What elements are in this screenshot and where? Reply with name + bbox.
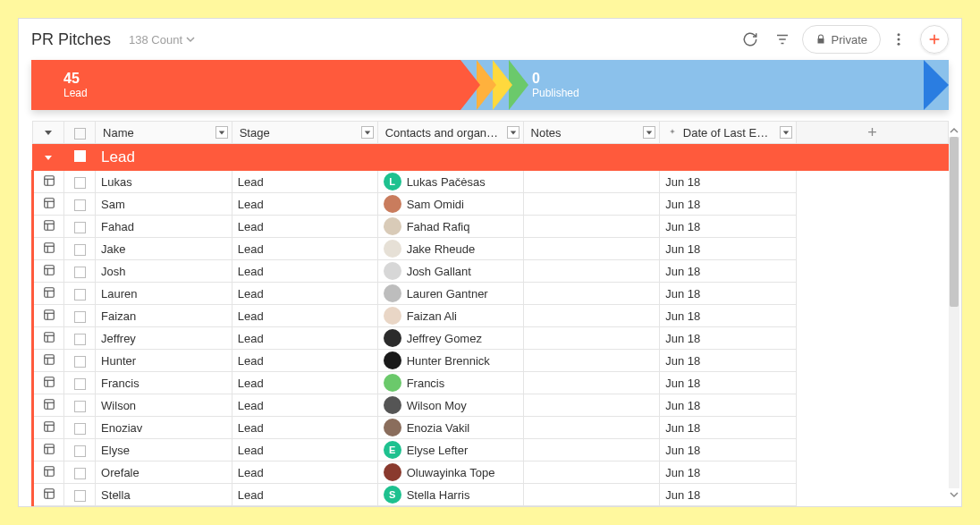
expand-row-button[interactable] [33,461,64,484]
column-header-date[interactable]: Date of Last Email [660,122,797,144]
group-header-row[interactable]: Lead [33,144,949,171]
cell-notes[interactable] [523,350,660,372]
cell-notes[interactable] [523,439,660,461]
refresh-button[interactable] [736,25,765,54]
row-checkbox[interactable] [64,171,96,193]
expand-row-button[interactable] [33,394,64,417]
expand-row-button[interactable] [33,484,64,506]
expand-row-button[interactable] [33,305,64,327]
vertical-scrollbar[interactable] [949,124,959,501]
cell-stage[interactable]: Lead [232,193,377,216]
cell-name[interactable]: Enoziav [96,417,232,439]
cell-notes[interactable] [523,417,660,439]
scroll-thumb[interactable] [950,137,959,307]
expand-row-button[interactable] [33,350,64,372]
cell-date[interactable]: Jun 18 [660,372,797,394]
table-row[interactable]: FahadLeadFahad RafiqJun 18 [33,216,949,238]
column-menu-button[interactable] [507,126,520,139]
cell-contact[interactable]: Fahad Rafiq [377,216,523,238]
cell-contact[interactable]: LLukas Pačėsas [377,171,523,193]
cell-name[interactable]: Sam [96,193,232,216]
cell-stage[interactable]: Lead [232,171,377,193]
row-checkbox[interactable] [64,260,96,283]
cell-stage[interactable]: Lead [232,216,377,238]
cell-notes[interactable] [523,193,660,216]
expand-row-button[interactable] [33,216,64,238]
row-menu-header[interactable] [33,122,64,144]
column-header-stage[interactable]: Stage [232,122,377,144]
column-header-name[interactable]: Name [96,122,232,144]
cell-name[interactable]: Jake [96,238,232,260]
cell-stage[interactable]: Lead [232,394,377,417]
cell-stage[interactable]: Lead [232,283,377,305]
cell-date[interactable]: Jun 18 [660,461,797,484]
cell-name[interactable]: Stella [96,484,232,506]
cell-date[interactable]: Jun 18 [660,484,797,506]
row-checkbox[interactable] [64,484,96,506]
cell-date[interactable]: Jun 18 [660,216,797,238]
more-button[interactable] [884,25,913,54]
cell-stage[interactable]: Lead [232,305,377,327]
cell-notes[interactable] [523,260,660,283]
cell-contact[interactable]: Enozia Vakil [377,417,523,439]
cell-name[interactable]: Wilson [96,394,232,417]
cell-date[interactable]: Jun 18 [660,305,797,327]
add-column-button[interactable]: + [796,122,948,144]
table-row[interactable]: StellaLeadSStella HarrisJun 18 [33,484,949,506]
cell-date[interactable]: Jun 18 [660,193,797,216]
add-record-button[interactable] [920,25,949,54]
row-checkbox[interactable] [64,417,96,439]
cell-date[interactable]: Jun 18 [660,350,797,372]
cell-stage[interactable]: Lead [232,439,377,461]
column-header-contacts[interactable]: Contacts and organizations [377,122,523,144]
table-row[interactable]: JeffreyLeadJeffrey GomezJun 18 [33,327,949,350]
cell-name[interactable]: Hunter [96,350,232,372]
cell-contact[interactable]: Jake Rheude [377,238,523,260]
cell-name[interactable]: Faizan [96,305,232,327]
table-row[interactable]: HunterLeadHunter BrennickJun 18 [33,350,949,372]
table-row[interactable]: LukasLeadLLukas PačėsasJun 18 [33,171,949,193]
table-row[interactable]: OrefaleLeadOluwayinka TopeJun 18 [33,461,949,484]
cell-notes[interactable] [523,238,660,260]
table-row[interactable]: WilsonLeadWilson MoyJun 18 [33,394,949,417]
cell-contact[interactable]: EElyse Lefter [377,439,523,461]
count-dropdown[interactable]: 138 Count [129,33,195,47]
cell-name[interactable]: Lauren [96,283,232,305]
expand-row-button[interactable] [33,417,64,439]
cell-notes[interactable] [523,484,660,506]
table-row[interactable]: FaizanLeadFaizan AliJun 18 [33,305,949,327]
cell-stage[interactable]: Lead [232,260,377,283]
cell-stage[interactable]: Lead [232,350,377,372]
cell-contact[interactable]: Faizan Ali [377,305,523,327]
cell-notes[interactable] [523,305,660,327]
cell-notes[interactable] [523,216,660,238]
cell-stage[interactable]: Lead [232,327,377,350]
expand-row-button[interactable] [33,327,64,350]
table-row[interactable]: EnoziavLeadEnozia VakilJun 18 [33,417,949,439]
expand-row-button[interactable] [33,260,64,283]
expand-row-button[interactable] [33,171,64,193]
private-button[interactable]: Private [802,25,881,54]
cell-name[interactable]: Orefale [96,461,232,484]
scroll-down-button[interactable] [949,488,959,501]
cell-notes[interactable] [523,171,660,193]
row-checkbox[interactable] [64,238,96,260]
column-menu-button[interactable] [361,126,374,139]
select-all-header[interactable] [64,122,96,144]
cell-date[interactable]: Jun 18 [660,260,797,283]
cell-date[interactable]: Jun 18 [660,394,797,417]
row-checkbox[interactable] [64,372,96,394]
expand-row-button[interactable] [33,238,64,260]
cell-contact[interactable]: Jeffrey Gomez [377,327,523,350]
cell-contact[interactable]: Oluwayinka Tope [377,461,523,484]
scroll-up-button[interactable] [949,124,959,137]
row-checkbox[interactable] [64,327,96,350]
row-checkbox[interactable] [64,193,96,216]
expand-row-button[interactable] [33,372,64,394]
cell-contact[interactable]: Sam Omidi [377,193,523,216]
cell-name[interactable]: Fahad [96,216,232,238]
funnel-stage-published[interactable]: 0 Published [460,60,949,110]
cell-stage[interactable]: Lead [232,372,377,394]
cell-contact[interactable]: Wilson Moy [377,394,523,417]
row-checkbox[interactable] [64,283,96,305]
